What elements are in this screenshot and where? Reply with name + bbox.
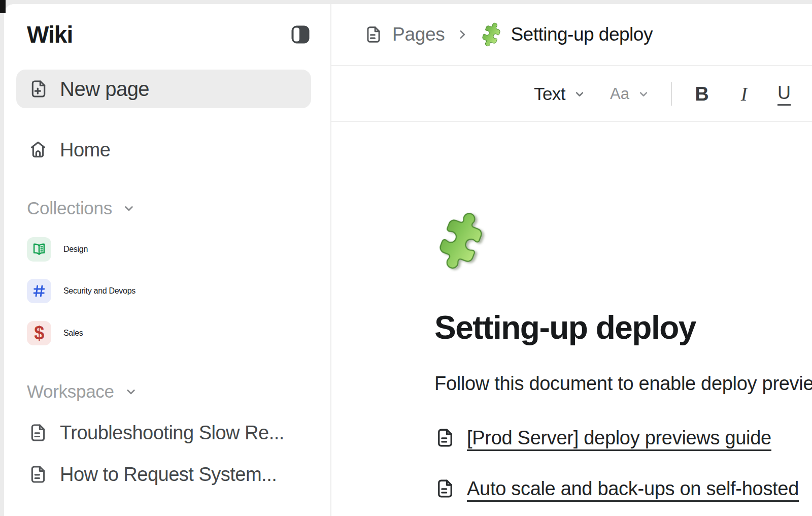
breadcrumb-item-current: Setting-up deploy <box>480 23 652 46</box>
puzzle-emoji <box>477 20 506 49</box>
sidebar-header: Wiki <box>27 20 310 49</box>
chevron-right-icon <box>455 27 470 42</box>
bold-label: B <box>690 83 714 105</box>
font-size-label: Aa <box>610 85 629 103</box>
toolbar-divider <box>671 82 672 106</box>
chevron-down-icon <box>572 87 587 101</box>
breadcrumb-page-label: Setting-up deploy <box>511 24 652 45</box>
breadcrumb: Pages Setting-up deploy <box>331 4 812 66</box>
sidebar: Wiki New page Home <box>4 4 331 516</box>
document-icon <box>28 464 48 485</box>
page-link-prod-server[interactable]: [Prod Server] deploy previews guide <box>434 425 771 451</box>
chevron-down-icon <box>121 201 137 216</box>
page-puzzle-emoji[interactable] <box>426 206 495 275</box>
collections-section-header[interactable]: Collections <box>27 198 137 218</box>
breadcrumb-label: Pages <box>392 24 445 45</box>
sidebar-item-security-and-devops[interactable]: Security and Devops <box>27 279 136 303</box>
book-open-icon <box>27 237 51 262</box>
sidebar-item-label: Design <box>63 245 88 254</box>
corner-notch <box>0 0 6 13</box>
breadcrumb-item-pages[interactable]: Pages <box>364 24 445 45</box>
page-title[interactable]: Setting-up deploy <box>434 309 696 346</box>
chevron-down-icon <box>636 87 651 101</box>
document-icon <box>364 25 383 44</box>
sidebar-item-troubleshooting[interactable]: Troubleshooting Slow Re... <box>28 421 284 445</box>
page-link-auto-scale[interactable]: Auto scale and back-ups on self-hosted <box>434 475 799 502</box>
chevron-down-icon <box>123 384 139 399</box>
page-link-label: [Prod Server] deploy previews guide <box>467 427 771 449</box>
sidebar-item-home[interactable]: Home <box>28 138 110 162</box>
document-icon <box>434 427 456 448</box>
italic-button[interactable]: I <box>734 83 754 105</box>
underline-button[interactable]: U <box>777 82 791 106</box>
workspace-section-header[interactable]: Workspace <box>27 381 139 402</box>
home-icon <box>28 140 48 160</box>
sidebar-toggle-button[interactable] <box>291 25 310 44</box>
page-intro-text[interactable]: Follow this document to enable deploy pr… <box>434 373 812 395</box>
formatting-toolbar: Text Aa B I U <box>331 67 812 122</box>
sidebar-item-sales[interactable]: $ Sales <box>27 321 83 345</box>
hash-icon <box>27 279 51 303</box>
sidebar-item-label: How to Request System... <box>60 464 277 486</box>
italic-label: I <box>734 83 754 105</box>
workspace-label: Workspace <box>27 381 114 402</box>
document-icon <box>434 478 456 499</box>
block-type-label: Text <box>534 84 565 104</box>
sidebar-item-design[interactable]: Design <box>27 237 88 262</box>
new-page-button[interactable]: New page <box>16 70 311 108</box>
bold-button[interactable]: B <box>690 83 714 105</box>
underline-label: U <box>777 82 791 106</box>
font-size-dropdown[interactable]: Aa <box>610 85 651 103</box>
sidebar-item-label: Home <box>60 139 110 161</box>
main-area: Pages Setting-up deploy Text Aa <box>331 4 812 516</box>
page-link-label: Auto scale and back-ups on self-hosted <box>467 478 799 500</box>
collections-label: Collections <box>27 198 112 218</box>
new-page-label: New page <box>60 78 149 101</box>
sidebar-item-label: Troubleshooting Slow Re... <box>60 422 284 444</box>
app-window: Wiki New page Home <box>4 4 812 516</box>
sidebar-item-label: Sales <box>63 329 83 338</box>
block-type-dropdown[interactable]: Text <box>534 84 587 104</box>
panel-left-icon <box>291 25 310 44</box>
sidebar-item-how-to-request[interactable]: How to Request System... <box>28 462 277 487</box>
dollar-icon: $ <box>27 321 51 345</box>
wiki-title: Wiki <box>27 21 73 48</box>
file-plus-icon <box>28 79 49 99</box>
page-content: Setting-up deploy Follow this document t… <box>331 123 812 516</box>
sidebar-item-label: Security and Devops <box>63 286 136 296</box>
document-icon <box>28 423 48 443</box>
